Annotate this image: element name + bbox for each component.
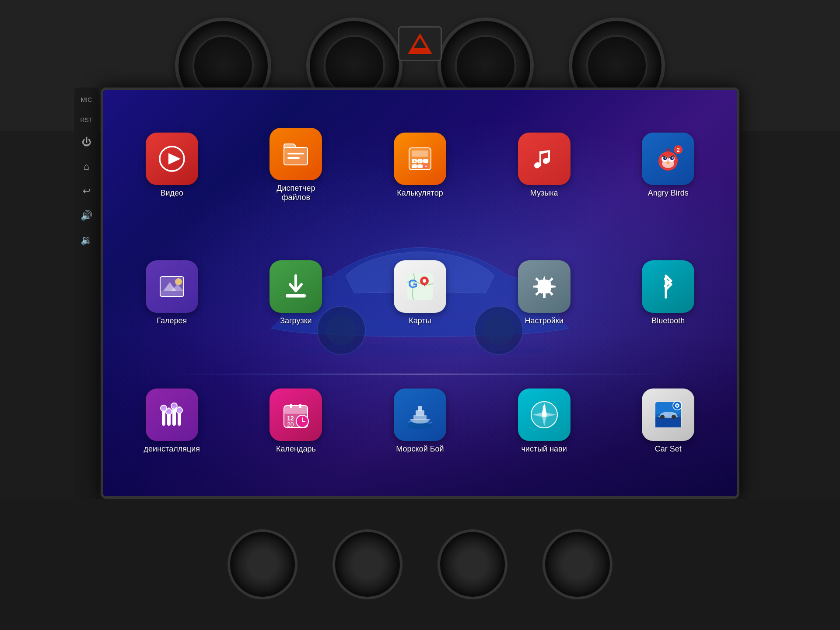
- svg-text:G: G: [408, 277, 418, 290]
- app-video[interactable]: Видео: [112, 103, 232, 227]
- svg-point-90: [660, 415, 665, 419]
- svg-text:×: ×: [424, 159, 427, 164]
- app-label-calendar: Календарь: [276, 444, 316, 454]
- app-settings[interactable]: Настройки: [484, 231, 604, 355]
- svg-point-84: [542, 413, 546, 417]
- bottom-vents-area: [0, 499, 840, 630]
- app-maps[interactable]: G Карты: [360, 231, 480, 355]
- app-icon-angry: 2: [642, 133, 694, 185]
- app-bluetooth[interactable]: Bluetooth: [608, 231, 728, 355]
- svg-point-63: [176, 407, 182, 413]
- svg-rect-10: [284, 147, 308, 165]
- svg-rect-12: [287, 157, 300, 159]
- svg-text:7: 7: [413, 164, 416, 168]
- svg-point-43: [175, 278, 182, 285]
- svg-text:8: 8: [419, 164, 422, 168]
- power-icon[interactable]: ⏻: [82, 136, 91, 148]
- app-icon-calendar: 12 15 20: [270, 388, 322, 441]
- app-label-music: Музыка: [530, 189, 558, 198]
- app-icon-bluetooth: [642, 260, 694, 313]
- bottom-center-left-vent: [332, 529, 402, 599]
- back-icon[interactable]: ↩: [83, 186, 91, 197]
- hazard-triangle-icon: [408, 33, 432, 54]
- svg-rect-45: [286, 294, 306, 298]
- app-calculator[interactable]: + - × 7 8 = Калькулятор: [360, 103, 480, 227]
- app-label-video: Видео: [161, 189, 184, 198]
- svg-rect-65: [284, 406, 308, 413]
- app-icon-downloads: [270, 260, 322, 313]
- app-label-maps: Карты: [409, 316, 431, 326]
- svg-text:20: 20: [287, 421, 294, 428]
- svg-rect-14: [412, 150, 428, 157]
- app-downloads[interactable]: Загрузки: [236, 231, 356, 355]
- app-label-uninstall: деинсталляция: [144, 444, 200, 454]
- app-icon-naval: [394, 388, 446, 441]
- svg-point-91: [672, 415, 676, 419]
- mic-label: MIC: [81, 96, 92, 103]
- app-label-files: Диспетчер файлов: [263, 184, 329, 202]
- svg-text:=: =: [425, 164, 427, 168]
- app-music[interactable]: Музыка: [484, 103, 604, 227]
- app-icon-gallery: [146, 260, 198, 313]
- app-calendar[interactable]: 12 15 20 Календарь: [236, 359, 356, 483]
- app-icon-maps: G: [394, 260, 446, 313]
- app-label-navclean: чистый нави: [521, 444, 567, 454]
- app-uninstall[interactable]: деинсталляция: [112, 359, 232, 483]
- svg-rect-11: [287, 153, 304, 154]
- app-icon-calc: + - × 7 8 =: [394, 133, 446, 185]
- app-icon-files: [270, 128, 322, 180]
- rst-label: RST: [80, 116, 93, 123]
- app-label-naval: Морской Бой: [396, 444, 444, 454]
- car-dashboard: MIC RST ⏻ ⌂ ↩ 🔊 🔉: [0, 0, 840, 630]
- app-label-calculator: Калькулятор: [397, 189, 443, 198]
- app-icon-uninstall: [146, 388, 198, 441]
- app-naval[interactable]: Морской Бой: [360, 359, 480, 483]
- bottom-right-vent: [542, 529, 612, 599]
- svg-text:N: N: [542, 405, 546, 410]
- left-controls-panel: MIC RST ⏻ ⌂ ↩ 🔊 🔉: [74, 88, 98, 499]
- app-files[interactable]: Диспетчер файлов: [236, 103, 356, 227]
- svg-rect-44: [160, 291, 184, 297]
- svg-point-34: [672, 157, 673, 158]
- bottom-left-vent: [228, 529, 298, 599]
- svg-rect-70: [290, 404, 292, 408]
- app-icon-navclean: N: [518, 388, 570, 441]
- home-icon[interactable]: ⌂: [84, 161, 89, 172]
- app-label-settings: Настройки: [525, 316, 563, 326]
- volume-up-icon[interactable]: 🔊: [80, 210, 92, 221]
- app-icon-settings: [518, 260, 570, 313]
- svg-rect-71: [299, 404, 301, 408]
- svg-text:-: -: [419, 159, 420, 164]
- app-label-gallery: Галерея: [157, 316, 187, 326]
- app-grid: Видео Диспетчер файлов: [103, 90, 737, 496]
- app-icon-carset: [642, 388, 694, 441]
- app-gallery[interactable]: Галерея: [112, 231, 232, 355]
- app-icon-music: [518, 133, 570, 185]
- screen-bezel: Видео Диспетчер файлов: [101, 88, 739, 499]
- bottom-center-right-vent: [438, 529, 508, 599]
- app-angrybirds[interactable]: 2 Angry Birds: [608, 103, 728, 227]
- app-label-angrybirds: Angry Birds: [648, 189, 689, 198]
- main-screen: Видео Диспетчер файлов: [103, 90, 737, 496]
- app-label-carset: Car Set: [655, 444, 682, 454]
- svg-rect-78: [418, 406, 422, 411]
- app-icon-video: [146, 133, 198, 185]
- svg-point-94: [676, 405, 679, 407]
- svg-point-62: [171, 403, 177, 409]
- app-label-bluetooth: Bluetooth: [651, 316, 685, 326]
- svg-text:2: 2: [677, 147, 680, 153]
- app-label-downloads: Загрузки: [280, 316, 312, 326]
- svg-text:+: +: [413, 159, 416, 164]
- app-navclean[interactable]: N чистый нави: [484, 359, 604, 483]
- svg-point-61: [166, 409, 172, 415]
- app-carset[interactable]: Car Set: [608, 359, 728, 483]
- svg-rect-89: [655, 417, 681, 427]
- volume-down-icon[interactable]: 🔉: [80, 234, 92, 246]
- hazard-button[interactable]: [398, 26, 442, 61]
- svg-point-50: [423, 279, 426, 283]
- svg-marker-9: [168, 153, 181, 164]
